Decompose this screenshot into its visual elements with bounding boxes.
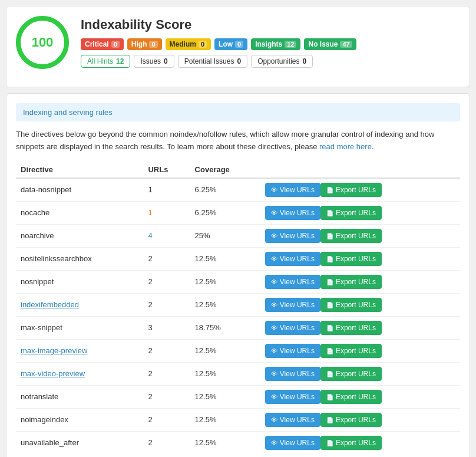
filter-opportunities[interactable]: Opportunities 0 bbox=[251, 55, 313, 68]
directive-name[interactable]: max-video-preview bbox=[21, 369, 85, 378]
score-circle: 100 bbox=[16, 16, 69, 69]
view-urls-button[interactable]: View URLs bbox=[265, 413, 320, 427]
view-label: View URLs bbox=[280, 370, 315, 378]
badge-low[interactable]: Low 0 bbox=[214, 38, 247, 50]
urls-value: 2 bbox=[143, 293, 190, 316]
urls-value: 2 bbox=[143, 362, 190, 385]
export-urls-button[interactable]: Export URLs bbox=[320, 436, 382, 450]
doc-icon bbox=[326, 186, 333, 194]
view-label: View URLs bbox=[280, 393, 315, 401]
export-urls-button[interactable]: Export URLs bbox=[320, 183, 382, 197]
view-urls-button[interactable]: View URLs bbox=[265, 252, 320, 266]
coverage-value: 6.25% bbox=[190, 201, 260, 224]
view-urls-button[interactable]: View URLs bbox=[265, 321, 320, 335]
directive-name[interactable]: indexifembedded bbox=[21, 300, 79, 309]
urls-value: 2 bbox=[143, 408, 190, 431]
action-cell: View URLsExport URLs bbox=[260, 178, 460, 202]
view-urls-button[interactable]: View URLs bbox=[265, 344, 320, 358]
view-urls-button[interactable]: View URLs bbox=[265, 367, 320, 381]
filter-count: 0 bbox=[237, 57, 241, 65]
eye-icon bbox=[271, 439, 277, 447]
section-title: Indexing and serving rules bbox=[16, 103, 460, 121]
action-cell: View URLsExport URLs bbox=[260, 362, 460, 385]
export-urls-button[interactable]: Export URLs bbox=[320, 321, 382, 335]
directive-name: nocache bbox=[21, 208, 49, 217]
table-row: noarchive425%View URLsExport URLs bbox=[16, 224, 460, 247]
directive-name: max-snippet bbox=[21, 323, 62, 332]
doc-icon bbox=[326, 416, 333, 424]
badge-count: 47 bbox=[340, 41, 352, 48]
export-urls-button[interactable]: Export URLs bbox=[320, 298, 382, 312]
view-label: View URLs bbox=[280, 278, 315, 286]
coverage-value: 12.5% bbox=[190, 247, 260, 270]
directive-name: noarchive bbox=[21, 231, 54, 240]
badge-no-issue[interactable]: No Issue 47 bbox=[304, 38, 356, 50]
badge-label: Medium bbox=[170, 40, 196, 48]
badge-high[interactable]: High 0 bbox=[127, 38, 162, 50]
view-label: View URLs bbox=[280, 209, 315, 217]
export-urls-button[interactable]: Export URLs bbox=[320, 367, 382, 381]
export-label: Export URLs bbox=[336, 232, 376, 240]
view-urls-button[interactable]: View URLs bbox=[265, 298, 320, 312]
table-row: nositelinkssearchbox212.5%View URLsExpor… bbox=[16, 247, 460, 270]
table-row: max-video-preview212.5%View URLsExport U… bbox=[16, 362, 460, 385]
urls-value: 1 bbox=[143, 201, 190, 224]
view-label: View URLs bbox=[280, 347, 315, 355]
export-label: Export URLs bbox=[336, 324, 376, 332]
export-label: Export URLs bbox=[336, 370, 376, 378]
filter-count: 0 bbox=[164, 57, 168, 65]
filter-potential-issues[interactable]: Potential Issues 0 bbox=[178, 55, 247, 68]
export-urls-button[interactable]: Export URLs bbox=[320, 206, 382, 220]
export-urls-button[interactable]: Export URLs bbox=[320, 252, 382, 266]
export-urls-button[interactable]: Export URLs bbox=[320, 413, 382, 427]
filter-all-hints[interactable]: All Hints 12 bbox=[81, 55, 130, 68]
view-label: View URLs bbox=[280, 439, 315, 447]
view-urls-button[interactable]: View URLs bbox=[265, 436, 320, 450]
view-label: View URLs bbox=[280, 301, 315, 309]
badge-count: 0 bbox=[111, 41, 120, 48]
view-label: View URLs bbox=[280, 255, 315, 263]
export-urls-button[interactable]: Export URLs bbox=[320, 344, 382, 358]
urls-value: 2 bbox=[143, 339, 190, 362]
action-cell: View URLsExport URLs bbox=[260, 293, 460, 316]
table-row: indexifembedded212.5%View URLsExport URL… bbox=[16, 293, 460, 316]
urls-value: 1 bbox=[143, 178, 190, 202]
export-urls-button[interactable]: Export URLs bbox=[320, 275, 382, 289]
action-cell: View URLsExport URLs bbox=[260, 201, 460, 224]
col-urls: URLs bbox=[143, 162, 190, 178]
view-urls-button[interactable]: View URLs bbox=[265, 183, 320, 197]
filter-issues[interactable]: Issues 0 bbox=[134, 55, 174, 68]
badge-count: 0 bbox=[235, 41, 243, 48]
read-more-link[interactable]: read more here bbox=[319, 142, 372, 151]
doc-icon bbox=[326, 209, 333, 217]
directive-name[interactable]: max-image-preview bbox=[21, 346, 87, 355]
badge-insights[interactable]: Insights 12 bbox=[251, 38, 300, 50]
view-urls-button[interactable]: View URLs bbox=[265, 275, 320, 289]
table-row: noimageindex212.5%View URLsExport URLs bbox=[16, 408, 460, 431]
coverage-value: 12.5% bbox=[190, 270, 260, 293]
export-urls-button[interactable]: Export URLs bbox=[320, 390, 382, 404]
badge-count: 0 bbox=[149, 41, 157, 48]
doc-icon bbox=[326, 232, 333, 240]
table-row: nocache16.25%View URLsExport URLs bbox=[16, 201, 460, 224]
directive-name: unavailable_after bbox=[21, 438, 79, 447]
badge-critical[interactable]: Critical 0 bbox=[81, 38, 124, 50]
filter-label: Opportunities bbox=[257, 57, 299, 65]
table-header-row: Directive URLs Coverage bbox=[16, 162, 460, 178]
coverage-value: 12.5% bbox=[190, 408, 260, 431]
action-cell: View URLsExport URLs bbox=[260, 431, 460, 454]
directive-name: data-nosnippet bbox=[21, 185, 71, 194]
badge-medium[interactable]: Medium 0 bbox=[166, 38, 211, 50]
eye-icon bbox=[271, 347, 277, 355]
export-urls-button[interactable]: Export URLs bbox=[320, 229, 382, 243]
view-urls-button[interactable]: View URLs bbox=[265, 390, 320, 404]
view-urls-button[interactable]: View URLs bbox=[265, 229, 320, 243]
table-row: nosnippet212.5%View URLsExport URLs bbox=[16, 270, 460, 293]
eye-icon bbox=[271, 324, 277, 332]
action-cell: View URLsExport URLs bbox=[260, 316, 460, 339]
score-value: 100 bbox=[32, 35, 54, 50]
table-row: data-nosnippet16.25%View URLsExport URLs bbox=[16, 178, 460, 202]
view-urls-button[interactable]: View URLs bbox=[265, 206, 320, 220]
table-row: notranslate212.5%View URLsExport URLs bbox=[16, 385, 460, 408]
filter-label: Potential Issues bbox=[184, 57, 234, 65]
